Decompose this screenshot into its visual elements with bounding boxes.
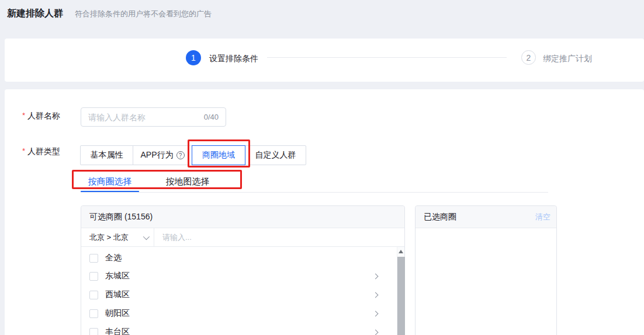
district-list: 全选 东城区 西城区 朝阳区 丰台区 xyxy=(81,247,404,335)
audience-name-input[interactable] xyxy=(88,113,200,122)
type-tab-basic-attributes[interactable]: 基本属性 xyxy=(80,145,133,165)
required-asterisk: * xyxy=(22,146,25,155)
selected-districts-header: 已选商圈 清空 xyxy=(416,206,556,228)
chevron-right-icon[interactable] xyxy=(373,273,379,279)
page-subtitle: 符合排除条件的用户将不会看到您的广告 xyxy=(75,9,212,19)
district-checkbox[interactable] xyxy=(89,272,98,281)
chevron-right-icon[interactable] xyxy=(373,329,379,335)
district-checkbox[interactable] xyxy=(89,309,98,318)
filter-row: 北京 > 北京 xyxy=(81,228,404,247)
scrollbar-thumb[interactable] xyxy=(397,257,405,335)
available-districts-title: 可选商圈 (15156) xyxy=(89,212,153,222)
scrollbar-up-arrow-icon[interactable] xyxy=(399,250,403,253)
step-2-label: 绑定推广计划 xyxy=(543,54,592,63)
selected-districts-title: 已选商圈 xyxy=(424,212,456,222)
subtab-select-by-district[interactable]: 按商圈选择 xyxy=(81,175,139,187)
district-checkbox[interactable] xyxy=(89,291,98,299)
step-1-circle: 1 xyxy=(186,50,201,65)
district-row-dongcheng[interactable]: 东城区 xyxy=(81,267,404,285)
page-title: 新建排除人群 xyxy=(7,8,63,20)
selected-districts-panel: 已选商圈 清空 xyxy=(415,205,557,335)
district-checkbox[interactable] xyxy=(89,328,98,335)
select-all-checkbox[interactable] xyxy=(89,254,98,263)
district-search-input[interactable] xyxy=(162,233,380,242)
step-2-circle: 2 xyxy=(521,50,536,65)
select-all-row[interactable]: 全选 xyxy=(81,249,404,267)
chevron-down-icon xyxy=(143,233,150,239)
subtab-select-by-map[interactable]: 按地图选择 xyxy=(155,175,220,187)
list-scrollbar[interactable] xyxy=(397,247,404,335)
type-tab-custom-audience[interactable]: 自定义人群 xyxy=(245,145,306,165)
stepper-card: 1 设置排除条件 2 绑定推广计划 xyxy=(5,39,644,82)
chevron-right-icon[interactable] xyxy=(373,292,379,298)
clear-selection-link[interactable]: 清空 xyxy=(535,212,550,222)
help-icon[interactable]: ? xyxy=(176,151,185,159)
audience-name-input-wrap: 0/40 xyxy=(81,107,226,127)
stepper-connector-line xyxy=(267,57,507,58)
page-header: 新建排除人群 符合排除条件的用户将不会看到您的广告 xyxy=(7,8,212,20)
region-select-value: 北京 > 北京 xyxy=(89,232,143,243)
available-districts-panel: 可选商圈 (15156) 北京 > 北京 全选 东城区 西城区 xyxy=(81,205,405,335)
district-search-box xyxy=(154,228,404,246)
type-tab-app-behavior[interactable]: APP行为 ? xyxy=(133,145,192,165)
char-counter: 0/40 xyxy=(204,113,219,121)
type-tab-business-district[interactable]: 商圈地域 xyxy=(192,145,245,165)
district-row-chaoyang[interactable]: 朝阳区 xyxy=(81,304,404,323)
tab-baseline xyxy=(81,192,548,193)
chevron-right-icon[interactable] xyxy=(373,310,379,316)
main-card: *人群名称 0/40 *人群类型 基本属性 APP行为 ? 商圈地域 自定义人群… xyxy=(5,89,644,335)
audience-name-label: *人群名称 xyxy=(22,111,60,121)
step-1-label: 设置排除条件 xyxy=(209,54,258,63)
available-districts-header: 可选商圈 (15156) xyxy=(81,206,404,228)
audience-type-label: *人群类型 xyxy=(22,146,60,157)
region-select-dropdown[interactable]: 北京 > 北京 xyxy=(81,228,154,246)
required-asterisk: * xyxy=(22,111,25,120)
district-row-fengtai[interactable]: 丰台区 xyxy=(81,323,404,335)
audience-type-tab-group: 基本属性 APP行为 ? 商圈地域 自定义人群 xyxy=(80,145,306,165)
district-row-xicheng[interactable]: 西城区 xyxy=(81,285,404,304)
